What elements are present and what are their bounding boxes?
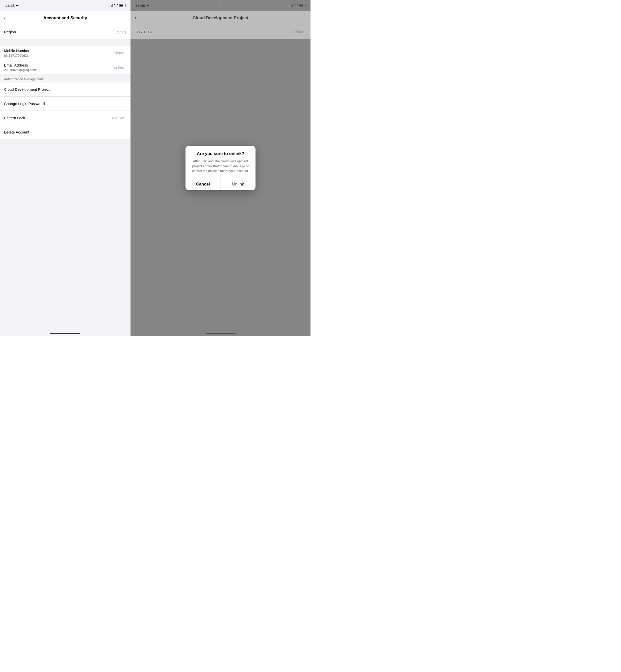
- patternlock-chevron: ›: [125, 116, 126, 120]
- row-region[interactable]: Region China: [0, 25, 130, 39]
- left-panel: 11:46 ⮨ ‹ Account and S: [0, 0, 130, 336]
- row-email[interactable]: Email Address 2397802640@qq.com Linked ›: [0, 60, 130, 74]
- email-linked: Linked: [113, 65, 124, 70]
- home-indicator-left: [50, 333, 80, 334]
- section-group-top: Region China: [0, 25, 130, 39]
- email-label: Email Address: [4, 63, 36, 68]
- cancel-button[interactable]: Cancel: [185, 178, 221, 190]
- content-area-left: Region China Mobile Number 86-1871792963…: [0, 25, 130, 336]
- row-clouddev[interactable]: Cloud Development Project ›: [0, 83, 130, 96]
- clouddev-chevron: ›: [125, 87, 126, 91]
- row-deleteaccount[interactable]: Delete Account ›: [0, 125, 130, 139]
- dialog-content: Are you sure to unlink? After unlinking,…: [185, 146, 255, 178]
- row-patternlock[interactable]: Pattern Lock Not Set ›: [0, 111, 130, 125]
- deleteaccount-label: Delete Account: [4, 130, 29, 135]
- changepassword-chevron: ›: [125, 102, 126, 106]
- section-group-auth: Cloud Development Project › Change Login…: [0, 83, 130, 139]
- wifi-icon-left: [114, 4, 118, 7]
- mobile-value: 86-18717929631: [4, 54, 30, 57]
- location-icon-left: ⮨: [16, 4, 19, 7]
- dialog-overlay: Are you sure to unlink? After unlinking,…: [130, 0, 310, 336]
- time-left: 11:46: [5, 3, 14, 8]
- email-chevron: ›: [125, 65, 126, 69]
- email-value: 2397802640@qq.com: [4, 68, 36, 72]
- region-label: Region: [4, 30, 16, 35]
- mobile-label: Mobile Number: [4, 48, 30, 53]
- section-group-contact: Mobile Number 86-18717929631 Linked › Em…: [0, 46, 130, 74]
- unlink-button[interactable]: Unlink: [221, 178, 256, 190]
- status-bar-left: 11:46 ⮨: [0, 0, 130, 11]
- section-header-auth: Authorization Management: [0, 74, 130, 83]
- nav-bar-left: ‹ Account and Security: [0, 11, 130, 25]
- deleteaccount-chevron: ›: [125, 130, 126, 134]
- mobile-linked: Linked: [113, 51, 124, 55]
- clouddev-label: Cloud Development Project: [4, 87, 50, 92]
- patternlock-value: Not Set: [112, 116, 124, 120]
- dialog-box: Are you sure to unlink? After unlinking,…: [185, 146, 255, 190]
- battery-icon-left: [120, 4, 125, 7]
- dialog-title: Are you sure to unlink?: [191, 151, 250, 156]
- region-value: China: [117, 30, 126, 34]
- patternlock-label: Pattern Lock: [4, 116, 25, 121]
- status-bar-right-group: [109, 4, 126, 7]
- separator-1: [0, 39, 130, 46]
- mobile-chevron: ›: [125, 51, 126, 55]
- row-mobile[interactable]: Mobile Number 86-18717929631 Linked ›: [0, 46, 130, 60]
- signal-icon-left: [109, 4, 113, 7]
- right-panel-content: 11:46 ⮨: [130, 0, 310, 336]
- back-button-left[interactable]: ‹: [4, 15, 6, 21]
- right-panel: 11:46 ⮨: [130, 0, 310, 336]
- changepassword-label: Change Login Password: [4, 101, 45, 106]
- dialog-buttons: Cancel Unlink: [185, 178, 255, 190]
- status-bar-left-group: 11:46 ⮨: [5, 3, 19, 8]
- row-changepassword[interactable]: Change Login Password ›: [0, 97, 130, 111]
- page-title-left: Account and Security: [43, 15, 87, 20]
- dialog-message: After unlinking, the cloud development p…: [191, 159, 250, 173]
